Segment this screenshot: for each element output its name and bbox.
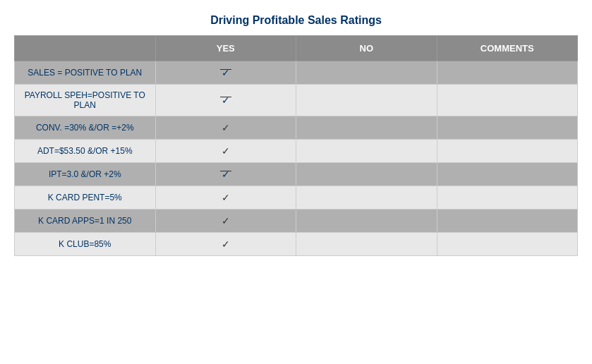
- table-row: K CARD PENT=5%✓: [15, 186, 578, 210]
- row-label: PAYROLL SPEH=POSITIVE TO PLAN: [15, 85, 156, 116]
- check-icon: ✓: [222, 215, 230, 226]
- check-line-icon: ✓: [222, 67, 230, 78]
- row-no: [296, 163, 437, 186]
- row-label: SALES = POSITIVE TO PLAN: [15, 61, 156, 85]
- row-no: [296, 186, 437, 210]
- row-no: [296, 233, 437, 256]
- table-body: SALES = POSITIVE TO PLAN✓PAYROLL SPEH=PO…: [15, 61, 578, 256]
- row-no: [296, 85, 437, 116]
- row-comments: [437, 186, 578, 210]
- row-yes: ✓: [155, 186, 296, 210]
- row-yes: ✓: [155, 85, 296, 116]
- row-label: K CARD PENT=5%: [15, 186, 156, 210]
- table-row: CONV. =30% &/OR =+2%✓: [15, 116, 578, 140]
- row-label: CONV. =30% &/OR =+2%: [15, 116, 156, 140]
- row-yes: ✓: [155, 233, 296, 256]
- row-label: IPT=3.0 &/OR +2%: [15, 163, 156, 186]
- row-label: ADT=$53.50 &/OR +15%: [15, 140, 156, 163]
- row-yes: ✓: [155, 140, 296, 163]
- header-row: YES NO COMMENTS: [15, 36, 578, 61]
- row-comments: [437, 163, 578, 186]
- col-header-label: [15, 36, 156, 61]
- row-label: K CLUB=85%: [15, 233, 156, 256]
- row-no: [296, 61, 437, 85]
- page-title: Driving Profitable Sales Ratings: [14, 14, 578, 27]
- check-icon: ✓: [222, 238, 230, 250]
- table-row: K CLUB=85%✓: [15, 233, 578, 256]
- row-yes: ✓: [155, 116, 296, 140]
- row-comments: [437, 85, 578, 116]
- row-comments: [437, 210, 578, 233]
- check-icon: ✓: [222, 145, 230, 157]
- row-comments: [437, 116, 578, 140]
- row-yes: ✓: [155, 210, 296, 233]
- row-no: [296, 210, 437, 233]
- check-icon: ✓: [222, 192, 230, 203]
- row-comments: [437, 233, 578, 256]
- row-yes: ✓: [155, 163, 296, 186]
- table-row: IPT=3.0 &/OR +2%✓: [15, 163, 578, 186]
- col-header-no: NO: [296, 36, 437, 61]
- col-header-yes: YES: [155, 36, 296, 61]
- row-yes: ✓: [155, 61, 296, 85]
- row-no: [296, 116, 437, 140]
- ratings-table: YES NO COMMENTS SALES = POSITIVE TO PLAN…: [14, 35, 578, 256]
- main-container: Driving Profitable Sales Ratings YES NO …: [14, 14, 578, 256]
- col-header-comments: COMMENTS: [437, 36, 578, 61]
- check-icon: ✓: [222, 122, 230, 133]
- table-row: ADT=$53.50 &/OR +15%✓: [15, 140, 578, 163]
- row-comments: [437, 61, 578, 85]
- table-row: PAYROLL SPEH=POSITIVE TO PLAN✓: [15, 85, 578, 116]
- row-label: K CARD APPS=1 IN 250: [15, 210, 156, 233]
- row-no: [296, 140, 437, 163]
- row-comments: [437, 140, 578, 163]
- table-row: SALES = POSITIVE TO PLAN✓: [15, 61, 578, 85]
- check-line-icon: ✓: [222, 95, 230, 106]
- table-row: K CARD APPS=1 IN 250✓: [15, 210, 578, 233]
- check-line-icon: ✓: [222, 169, 230, 180]
